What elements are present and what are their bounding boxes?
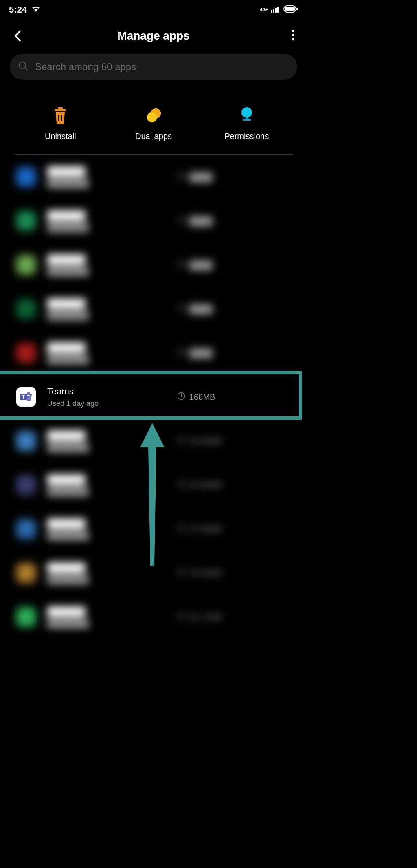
status-left: 5:24 (9, 4, 41, 15)
storage-icon (177, 304, 185, 314)
app-icon (16, 255, 36, 275)
back-button[interactable] (11, 30, 24, 42)
svg-line-11 (25, 68, 27, 70)
app-size: 81.17MB (177, 612, 222, 622)
app-subtext: ████████ (47, 179, 291, 188)
app-name: Teams (47, 386, 291, 397)
svg-rect-0 (271, 10, 272, 13)
app-subtext: Used 1 day ago (47, 399, 291, 408)
app-icon (16, 563, 36, 583)
trash-icon (52, 107, 69, 124)
app-icon (16, 167, 36, 187)
svg-rect-15 (61, 115, 62, 121)
svg-point-18 (241, 107, 252, 118)
app-row[interactable]: ██████████████████ (0, 287, 307, 331)
app-name: ██████ (47, 254, 291, 265)
storage-icon (177, 568, 185, 578)
app-subtext: ████████ (47, 223, 291, 232)
app-text: ██████████████ (47, 342, 291, 364)
app-row[interactable]: ██████████████████ (0, 155, 307, 199)
app-icon (16, 475, 36, 495)
header: Manage apps (0, 20, 307, 52)
svg-rect-3 (277, 7, 279, 13)
status-right: 4G+ (260, 4, 298, 15)
app-size: 92.80MB (177, 480, 222, 490)
app-size: 47.96MB (177, 524, 222, 534)
app-icon (16, 607, 36, 627)
app-name: ██████ (47, 562, 291, 573)
dual-apps-label: Dual apps (135, 132, 172, 141)
app-icon (16, 431, 36, 451)
app-size: ████ (177, 348, 213, 358)
permissions-label: Permissions (224, 132, 269, 141)
app-list[interactable]: ████████████████████████████████████████… (0, 155, 307, 639)
app-subtext: ████████ (47, 267, 291, 276)
app-row[interactable]: ██████████████████ (0, 243, 307, 287)
svg-point-17 (147, 112, 157, 122)
app-text: ██████████████ (47, 210, 291, 232)
action-row: Uninstall Dual apps Permissions (14, 94, 293, 155)
svg-point-8 (292, 34, 294, 36)
app-row[interactable]: ██████████████████ (0, 199, 307, 243)
storage-icon (177, 216, 185, 226)
app-text: ██████████████ (47, 254, 291, 276)
app-subtext: ████████ (47, 311, 291, 320)
app-name: ██████ (47, 518, 291, 529)
app-text: ██████████████ (47, 166, 291, 188)
screen-root: 5:24 4G+ Manage apps (0, 0, 307, 634)
app-subtext: ████████ (47, 619, 291, 628)
battery-icon (283, 4, 298, 15)
search-container (0, 52, 307, 86)
app-row[interactable]: ██████████████81.17MB (0, 595, 307, 639)
svg-rect-2 (275, 8, 277, 13)
app-row[interactable]: ██████████████53.56MB (0, 419, 307, 463)
svg-rect-14 (58, 115, 59, 121)
dual-apps-action[interactable]: Dual apps (107, 94, 200, 154)
app-row[interactable]: ██████████████92.80MB (0, 463, 307, 507)
app-size: ████ (177, 304, 213, 314)
app-subtext: ████████ (47, 443, 291, 452)
app-text: ██████████████ (47, 298, 291, 320)
app-subtext: ████████ (47, 355, 291, 364)
app-size: 53.56MB (177, 436, 222, 446)
app-subtext: ████████ (47, 575, 291, 584)
storage-icon (177, 524, 185, 534)
svg-rect-1 (273, 9, 274, 13)
app-text: ██████████████ (47, 474, 291, 496)
app-row[interactable]: ██████████████47.96MB (0, 507, 307, 551)
app-name: ██████ (47, 606, 291, 617)
storage-icon (177, 392, 185, 402)
page-title: Manage apps (117, 29, 189, 42)
app-size-value: 47.96MB (189, 524, 222, 534)
more-options-button[interactable] (292, 29, 295, 42)
app-text: ██████████████ (47, 430, 291, 452)
permissions-action[interactable]: Permissions (200, 94, 293, 154)
svg-rect-12 (58, 107, 63, 109)
svg-point-9 (292, 38, 294, 40)
app-text: ██████████████ (47, 606, 291, 628)
app-name: ██████ (47, 298, 291, 309)
app-size-value: 168MB (189, 392, 215, 402)
storage-icon (177, 260, 185, 270)
svg-point-7 (292, 30, 294, 32)
app-row[interactable]: ██████████████████ (0, 331, 307, 375)
search-box[interactable] (10, 54, 297, 80)
svg-rect-5 (285, 7, 295, 11)
app-size: ████ (177, 216, 213, 226)
app-text: TeamsUsed 1 day ago (47, 386, 291, 408)
app-icon (16, 343, 36, 363)
dual-apps-icon (145, 107, 162, 124)
app-size-value: 81.17MB (189, 612, 222, 622)
app-row[interactable]: TTeamsUsed 1 day ago168MB (0, 375, 307, 419)
uninstall-action[interactable]: Uninstall (14, 94, 107, 154)
signal-icon (271, 4, 280, 15)
search-input[interactable] (35, 61, 289, 73)
app-row[interactable]: ██████████████43.20MB (0, 551, 307, 595)
app-text: ██████████████ (47, 562, 291, 584)
app-text: ██████████████ (47, 518, 291, 540)
uninstall-label: Uninstall (45, 132, 76, 141)
app-size: 168MB (177, 392, 215, 402)
app-name: ██████ (47, 166, 291, 177)
wifi-icon (31, 4, 41, 15)
svg-rect-6 (296, 8, 298, 10)
